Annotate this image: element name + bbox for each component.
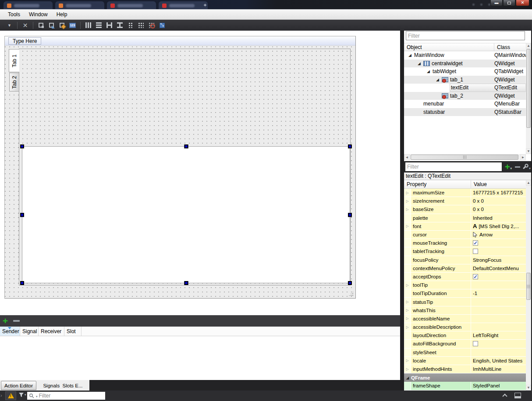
menu-window[interactable]: Window <box>25 11 52 18</box>
property-value[interactable]: -1 <box>471 289 526 298</box>
textedit-widget[interactable] <box>22 146 350 283</box>
expand-gutter[interactable]: ▷ <box>404 298 411 306</box>
property-value[interactable]: 0 x 0 <box>471 197 526 205</box>
property-value[interactable] <box>471 315 526 323</box>
property-row-locale[interactable]: ▷localeEnglish, United States <box>404 357 526 365</box>
edit-tab-order-icon[interactable]: 123 <box>68 21 77 29</box>
delete-icon[interactable]: ✕ <box>21 21 29 29</box>
scroll-up-icon[interactable]: ▲ <box>526 180 531 186</box>
property-group-QFrame[interactable]: ◢QFrame <box>404 373 526 382</box>
property-row-inputMethodHints[interactable]: ▷inputMethodHintsImhMultiLine <box>404 365 526 373</box>
property-row-toolTip[interactable]: ▷toolTip <box>404 281 526 289</box>
column-object[interactable]: Object <box>404 43 494 51</box>
property-row-tabletTracking[interactable]: tabletTracking <box>404 247 526 256</box>
filter-options-button[interactable]: ▾ <box>18 392 26 398</box>
dock-separator[interactable] <box>400 31 404 390</box>
tree-row-centralwidget[interactable]: ◢centralwidgetQWidget <box>404 60 526 68</box>
checkbox-unchecked[interactable] <box>473 341 478 346</box>
expand-arrow-icon[interactable]: ◢ <box>418 61 421 66</box>
property-value[interactable]: StyledPanel <box>471 382 526 390</box>
close-button[interactable]: ✕ <box>516 0 529 6</box>
remove-dynamic-property-button[interactable] <box>514 162 521 172</box>
property-value[interactable]: ✓ <box>471 273 526 281</box>
expand-gutter[interactable]: ▷ <box>404 306 411 315</box>
resize-handle-ne[interactable] <box>348 144 352 148</box>
resize-handle-w[interactable] <box>20 213 24 217</box>
expand-gutter[interactable]: ▷ <box>404 357 411 365</box>
warnings-button[interactable] <box>5 391 16 400</box>
scroll-down-icon[interactable]: ▼ <box>526 385 531 390</box>
property-row-styleSheet[interactable]: styleSheet <box>404 348 526 357</box>
property-value[interactable]: ✓ <box>471 239 526 247</box>
layout-horizontal-splitter-icon[interactable] <box>105 21 113 29</box>
menu-tools[interactable]: Tools <box>4 11 25 18</box>
resize-handle-se[interactable] <box>348 281 352 285</box>
form-resize-grip[interactable] <box>348 291 354 296</box>
resize-handle-n[interactable] <box>184 144 188 148</box>
overflow-dropdown-icon[interactable]: ▼ <box>5 21 14 29</box>
expand-gutter[interactable]: ▷ <box>404 323 411 331</box>
scroll-thumb[interactable] <box>411 155 518 160</box>
layout-horizontal-icon[interactable] <box>84 21 92 29</box>
property-row-mouseTracking[interactable]: mouseTracking✓ <box>404 239 526 247</box>
column-value[interactable]: Value <box>471 180 526 188</box>
property-value[interactable] <box>471 281 526 289</box>
expand-gutter[interactable]: ▷ <box>404 197 411 205</box>
property-row-autoFillBackground[interactable]: autoFillBackground <box>404 340 526 348</box>
tree-row-tab_1[interactable]: ◢tab_1QWidget <box>404 76 526 84</box>
property-row-focusPolicy[interactable]: focusPolicyStrongFocus <box>404 256 526 264</box>
property-value[interactable]: Arrow <box>471 231 526 239</box>
property-value[interactable] <box>471 323 526 331</box>
property-row-toolTipDuration[interactable]: toolTipDuration-1 <box>404 289 526 298</box>
tab-1[interactable]: Tab 1 <box>9 49 19 72</box>
property-value[interactable]: 16777215 x 16777215 <box>471 189 526 197</box>
break-layout-icon[interactable] <box>147 21 156 29</box>
object-inspector-vscrollbar[interactable]: ▲ ▼ <box>526 43 531 154</box>
tab-action-editor[interactable]: Action Editor <box>1 381 36 390</box>
property-row-accessibleDescription[interactable]: ▷accessibleDescription <box>404 323 526 331</box>
tab-signals-slots-editor[interactable]: Signals Slots E... <box>37 381 89 390</box>
layout-form-icon[interactable] <box>126 21 135 29</box>
layout-vertical-splitter-icon[interactable] <box>116 21 124 29</box>
column-property[interactable]: Property <box>404 180 471 188</box>
property-value[interactable]: StrongFocus <box>471 256 526 264</box>
column-receiver[interactable]: Receiver <box>39 327 64 336</box>
resize-handle-e[interactable] <box>348 213 352 217</box>
checkbox-checked[interactable]: ✓ <box>473 240 478 246</box>
property-value[interactable] <box>471 340 526 348</box>
property-value[interactable]: English, United States <box>471 357 526 365</box>
tab-2[interactable]: Tab 2 <box>9 73 19 91</box>
property-row-contextMenuPolicy[interactable]: contextMenuPolicyDefaultContextMenu <box>404 264 526 273</box>
property-row-frameShape[interactable]: frameShapeStyledPanel <box>404 382 526 390</box>
property-value[interactable] <box>471 306 526 315</box>
scroll-thumb[interactable] <box>526 273 531 300</box>
property-value[interactable] <box>471 348 526 357</box>
column-slot[interactable]: Slot <box>64 327 82 336</box>
add-dynamic-property-button[interactable]: +▾ <box>503 162 514 172</box>
scroll-thumb[interactable] <box>526 49 531 128</box>
property-value[interactable] <box>471 247 526 256</box>
property-row-sizeIncrement[interactable]: ▷sizeIncrement0 x 0 <box>404 197 526 205</box>
expand-gutter[interactable]: ▷ <box>404 281 411 289</box>
property-value[interactable]: A[MS Shell Dlg 2,... <box>471 222 526 231</box>
property-row-acceptDrops[interactable]: acceptDrops✓ <box>404 273 526 281</box>
menu-type-here[interactable]: Type Here <box>8 37 41 45</box>
property-row-whatsThis[interactable]: ▷whatsThis <box>404 306 526 315</box>
connection-table-body[interactable] <box>0 336 400 380</box>
column-signal[interactable]: Signal <box>20 327 39 336</box>
edit-buddies-icon[interactable] <box>58 21 66 29</box>
statusbar-filter-input[interactable] <box>39 393 96 399</box>
expand-gutter[interactable]: ▷ <box>404 205 411 214</box>
edit-widgets-icon[interactable] <box>37 21 45 29</box>
adjust-size-icon[interactable] <box>158 21 166 29</box>
expand-gutter[interactable]: ▷ <box>404 189 411 197</box>
add-connection-button[interactable]: + <box>3 317 8 325</box>
expand-gutter[interactable]: ▷ <box>404 315 411 323</box>
property-value[interactable]: DefaultContextMenu <box>471 264 526 273</box>
tree-row-tab_2[interactable]: tab_2QWidget <box>404 92 526 100</box>
expand-gutter[interactable]: ▷ <box>404 365 411 373</box>
property-row-accessibleName[interactable]: ▷accessibleName <box>404 315 526 323</box>
panel-toggle-icon[interactable] <box>514 393 521 398</box>
property-row-font[interactable]: ▷fontA[MS Shell Dlg 2,... <box>404 222 526 231</box>
minimize-button[interactable]: ▬ <box>490 0 503 6</box>
